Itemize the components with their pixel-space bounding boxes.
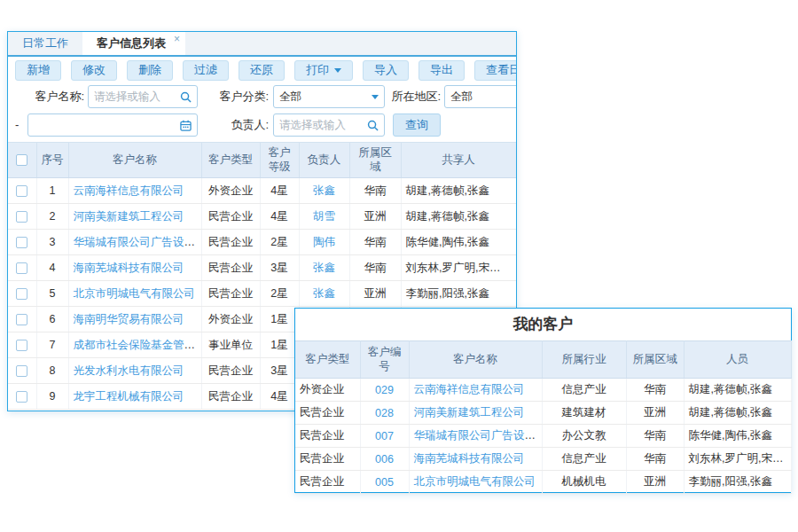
table-row[interactable]: 外资企业 029 云南海祥信息有限公司 信息产业 华南 胡建,蒋德帧,张鑫 — [295, 379, 791, 402]
header-industry: 所属行业 — [542, 341, 626, 379]
owner-input[interactable] — [279, 119, 364, 131]
customer-code-cell: 005 — [360, 471, 409, 494]
table-row[interactable]: 1 云南海祥信息有限公司 外资企业 4星 张鑫 华南 胡建,蒋德帧,张鑫 — [8, 178, 516, 204]
table-row[interactable]: 2 河南美新建筑工程公司 民营企业 4星 胡雪 亚洲 胡建,蒋德帧,张鑫 — [8, 204, 516, 230]
table-row[interactable]: 4 海南芜城科技有限公司 民营企业 3星 张鑫 华南 刘东林,罗广明,宋浩然,张… — [8, 255, 516, 281]
customer-code-link[interactable]: 005 — [375, 476, 394, 489]
search-icon[interactable] — [180, 91, 192, 103]
customer-name-link[interactable]: 河南美新建筑工程公司 — [74, 210, 184, 223]
customer-name-link[interactable]: 华瑞城有限公司广告设计部 — [74, 236, 202, 248]
customer-code-link[interactable]: 006 — [375, 453, 394, 466]
table-row[interactable]: 民营企业 005 北京市明城电气有限公司 机械机电 亚洲 李勤丽,阳强,张鑫 — [295, 471, 791, 494]
customer-type-cell: 民营企业 — [201, 230, 260, 255]
row-checkbox[interactable] — [16, 211, 27, 223]
customer-level-cell: 3星 — [260, 255, 299, 281]
table-row[interactable]: 3 华瑞城有限公司广告设计部 民营企业 2星 陶伟 华南 陈华健,陶伟,张鑫 — [8, 230, 516, 255]
shared-cell: 胡建,蒋德帧,张鑫 — [401, 178, 516, 204]
region-filter-label: 所在地区: — [380, 85, 441, 108]
tab-daily-work[interactable]: 日常工作 — [8, 32, 82, 55]
owner-label: 负责人: — [205, 113, 269, 137]
people-cell: 陈华健,陶伟,张鑫 — [684, 425, 791, 448]
export-button[interactable]: 导出 — [419, 60, 465, 81]
customer-level-cell: 4星 — [260, 178, 299, 204]
customer-name-cell: 华瑞城有限公司广告设计部 — [409, 425, 542, 448]
row-checkbox[interactable] — [16, 185, 27, 197]
customer-type-cell: 民营企业 — [201, 204, 260, 230]
owner-link[interactable]: 陶伟 — [313, 236, 335, 248]
select-all-checkbox[interactable] — [16, 154, 27, 166]
customer-name-link[interactable]: 河南美新建筑工程公司 — [414, 406, 525, 419]
table-row[interactable]: 民营企业 006 海南芜城科技有限公司 信息产业 华南 刘东林,罗广明,宋浩然,… — [295, 448, 791, 471]
add-button[interactable]: 新增 — [15, 60, 61, 81]
customer-name-cell: 河南美新建筑工程公司 — [409, 402, 542, 425]
customer-name-link[interactable]: 成都市社会保险基金管理... — [74, 339, 202, 351]
owner-link[interactable]: 张鑫 — [313, 262, 335, 274]
print-button[interactable]: 打印 — [294, 60, 353, 81]
chevron-down-icon — [334, 68, 341, 73]
date-input[interactable] — [34, 119, 176, 131]
customer-name-link[interactable]: 光发水利水电有限公司 — [74, 364, 184, 377]
customer-name-link[interactable]: 海南芜城科技有限公司 — [74, 262, 184, 274]
category-select[interactable]: 全部 — [273, 85, 385, 108]
customer-name-link[interactable]: 云南海祥信息有限公司 — [414, 383, 525, 395]
customer-name-link[interactable]: 龙宇工程机械有限公司 — [74, 390, 184, 403]
query-button[interactable]: 查询 — [393, 113, 441, 137]
customer-name-cell: 河南美新建筑工程公司 — [68, 204, 201, 230]
customer-code-link[interactable]: 029 — [375, 384, 394, 396]
customer-level-cell: 4星 — [260, 204, 299, 230]
delete-button[interactable]: 删除 — [127, 60, 173, 81]
row-number: 7 — [36, 332, 68, 358]
customer-code-link[interactable]: 028 — [375, 407, 394, 419]
row-select-cell — [8, 307, 36, 332]
row-checkbox[interactable] — [16, 340, 27, 351]
row-checkbox[interactable] — [16, 288, 27, 300]
row-checkbox[interactable] — [16, 237, 27, 248]
category-label: 客户分类: — [205, 85, 269, 108]
owner-link[interactable]: 张鑫 — [313, 287, 335, 300]
region-cell: 华南 — [626, 448, 684, 471]
row-checkbox[interactable] — [16, 262, 27, 274]
customer-name-link[interactable]: 云南海祥信息有限公司 — [74, 184, 184, 197]
customer-name-link[interactable]: 北京市明城电气有限公司 — [414, 475, 536, 488]
search-icon[interactable] — [367, 120, 379, 131]
region-select[interactable]: 全部 — [444, 85, 517, 108]
view-log-button[interactable]: 查看日志 — [474, 60, 517, 81]
customer-name-cell: 北京市明城电气有限公司 — [68, 281, 201, 307]
close-icon[interactable]: × — [174, 34, 180, 44]
table-row[interactable]: 民营企业 007 华瑞城有限公司广告设计部 办公文教 华南 陈华健,陶伟,张鑫 — [295, 425, 791, 448]
customer-type-cell: 民营企业 — [201, 255, 260, 281]
header-people: 人员 — [684, 341, 791, 379]
owner-link[interactable]: 张鑫 — [313, 184, 335, 197]
customer-code-link[interactable]: 007 — [375, 430, 394, 442]
customer-name-link[interactable]: 海南明华贸易有限公司 — [74, 313, 184, 325]
filter-button[interactable]: 过滤 — [183, 60, 229, 81]
row-number: 5 — [36, 281, 68, 307]
calendar-icon[interactable] — [180, 120, 192, 131]
restore-button[interactable]: 还原 — [239, 60, 285, 81]
table-row[interactable]: 民营企业 028 河南美新建筑工程公司 建筑建材 亚洲 胡建,蒋德帧,张鑫 — [295, 402, 791, 425]
customer-type-cell: 外资企业 — [201, 178, 260, 204]
tab-customer-info-list[interactable]: 客户信息列表 × — [82, 32, 185, 55]
region-cell: 华南 — [626, 379, 684, 402]
owner-link[interactable]: 胡雪 — [313, 210, 335, 223]
row-checkbox[interactable] — [16, 391, 27, 403]
customer-name-cell: 云南海祥信息有限公司 — [409, 379, 542, 402]
row-checkbox[interactable] — [16, 314, 27, 325]
customer-name-cell: 华瑞城有限公司广告设计部 — [68, 230, 201, 255]
row-select-cell — [8, 281, 36, 307]
my-customers-title: 我的客户 — [295, 309, 791, 340]
customer-name-link[interactable]: 华瑞城有限公司广告设计部 — [414, 429, 543, 442]
edit-button[interactable]: 修改 — [71, 60, 117, 81]
customer-name-cell: 龙宇工程机械有限公司 — [68, 384, 201, 410]
header-customer-name: 客户名称 — [68, 143, 201, 178]
tab-label: 客户信息列表 — [97, 35, 166, 51]
customer-type-cell: 外资企业 — [295, 379, 360, 402]
customer-name-link[interactable]: 海南芜城科技有限公司 — [414, 452, 525, 465]
row-checkbox[interactable] — [16, 365, 27, 377]
customer-type-cell: 民营企业 — [295, 402, 360, 425]
import-button[interactable]: 导入 — [363, 60, 409, 81]
people-cell: 刘东林,罗广明,宋浩然,... — [684, 448, 791, 471]
customer-name-input[interactable] — [94, 90, 176, 103]
customer-name-link[interactable]: 北京市明城电气有限公司 — [74, 287, 196, 300]
table-row[interactable]: 5 北京市明城电气有限公司 民营企业 2星 张鑫 亚洲 李勤丽,阳强,张鑫 — [8, 281, 516, 307]
